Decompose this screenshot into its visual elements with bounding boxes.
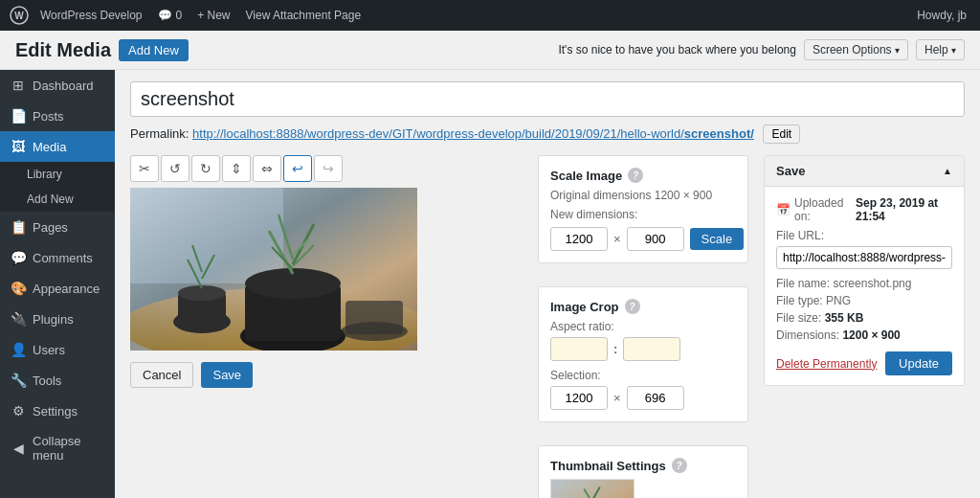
sidebar-item-collapse[interactable]: ◀ Collapse menu bbox=[0, 426, 115, 470]
comments-icon: 💬 bbox=[10, 250, 27, 265]
crop-help-icon[interactable]: ? bbox=[625, 299, 640, 314]
add-new-button[interactable]: Add New bbox=[119, 39, 189, 61]
howdy[interactable]: Howdy, jb bbox=[909, 0, 974, 31]
delete-permanently-button[interactable]: Delete Permanently bbox=[776, 357, 877, 371]
sidebar-item-pages[interactable]: 📋 Pages bbox=[0, 212, 115, 242]
flip-horizontal-icon: ⇔ bbox=[261, 161, 273, 176]
sidebar-item-library[interactable]: Library bbox=[0, 162, 115, 187]
thumbnail-help-icon[interactable]: ? bbox=[672, 458, 687, 473]
permalink-row: Permalink: http://localhost:8888/wordpre… bbox=[130, 124, 965, 144]
new-dimensions-label: New dimensions: bbox=[550, 208, 736, 221]
redo-icon: ↪ bbox=[323, 161, 334, 176]
page-header-bar: Edit Media Add New It's so nice to have … bbox=[0, 31, 980, 70]
original-dimensions: Original dimensions 1200 × 900 bbox=[550, 189, 736, 202]
aspect-ratio-label: Aspect ratio: bbox=[550, 320, 736, 333]
crop-button[interactable]: ✂ bbox=[130, 155, 159, 182]
sidebar-item-label: Settings bbox=[33, 404, 78, 419]
plugins-icon: 🔌 bbox=[10, 311, 27, 327]
edit-sidebar: Save ▲ 📅 Uploaded on: Sep 23, 2019 at 21… bbox=[764, 155, 965, 498]
uploaded-date: Sep 23, 2019 at 21:54 bbox=[856, 196, 952, 223]
scale-height-input[interactable] bbox=[627, 227, 684, 251]
aspect-width-input[interactable] bbox=[550, 337, 608, 361]
sidebar-item-comments[interactable]: 💬 Comments bbox=[0, 242, 115, 273]
thumbnail-image bbox=[550, 479, 635, 498]
edit-slug-button[interactable]: Edit bbox=[763, 124, 800, 144]
dimensions-row: Dimensions: 1200 × 900 bbox=[776, 328, 952, 342]
file-url-input[interactable] bbox=[776, 246, 952, 269]
view-attachment[interactable]: View Attachment Page bbox=[238, 0, 369, 31]
appearance-icon: 🎨 bbox=[10, 281, 27, 296]
wp-logo[interactable]: W bbox=[6, 0, 33, 31]
main-layout: ⊞ Dashboard 📄 Posts 🖼 Media Library Add … bbox=[0, 70, 980, 498]
flip-horizontal-button[interactable]: ⇔ bbox=[253, 155, 281, 182]
page-title: Edit Media bbox=[15, 36, 111, 63]
svg-text:W: W bbox=[14, 11, 24, 21]
crop-icon: ✂ bbox=[139, 161, 150, 176]
file-size-value: 355 KB bbox=[825, 311, 864, 325]
image-crop-panel: Image Crop ? Aspect ratio: : Selection: … bbox=[538, 286, 748, 422]
thumbnail-settings-title: Thumbnail Settings ? bbox=[550, 458, 736, 473]
update-button[interactable]: Update bbox=[885, 351, 952, 375]
flip-vertical-button[interactable]: ⇕ bbox=[222, 155, 251, 182]
file-type-row: File type: PNG bbox=[776, 294, 952, 307]
save-button[interactable]: Save bbox=[201, 362, 253, 388]
image-svg bbox=[130, 188, 417, 351]
svg-rect-22 bbox=[551, 480, 634, 498]
sidebar-item-settings[interactable]: ⚙ Settings bbox=[0, 396, 115, 426]
cancel-button[interactable]: Cancel bbox=[130, 362, 193, 388]
sidebar-item-tools[interactable]: 🔧 Tools bbox=[0, 365, 115, 396]
screen-options-button[interactable]: Screen Options ▾ bbox=[804, 39, 908, 60]
image-preview bbox=[130, 188, 417, 351]
permalink-label: Permalink: bbox=[130, 126, 189, 141]
scale-dimensions-row: × Scale bbox=[550, 227, 736, 251]
sidebar-item-label: Comments bbox=[33, 251, 93, 265]
aspect-ratio-row: : bbox=[550, 337, 736, 361]
content-area: Permalink: http://localhost:8888/wordpre… bbox=[115, 70, 980, 498]
sidebar-item-media[interactable]: 🖼 Media bbox=[0, 131, 115, 162]
notice-text: It's so nice to have you back where you … bbox=[558, 43, 795, 57]
action-buttons: Cancel Save bbox=[130, 362, 523, 388]
selection-label: Selection: bbox=[550, 369, 736, 382]
collapse-save-icon[interactable]: ▲ bbox=[943, 166, 952, 176]
save-actions: Delete Permanently Update bbox=[776, 351, 952, 375]
new-item[interactable]: + New bbox=[189, 0, 237, 31]
sidebar-item-label: Plugins bbox=[33, 312, 74, 327]
sidebar-item-label: Tools bbox=[33, 374, 61, 388]
sidebar-item-appearance[interactable]: 🎨 Appearance bbox=[0, 273, 115, 304]
crop-selection-row: × bbox=[550, 386, 736, 410]
aspect-height-input[interactable] bbox=[623, 337, 680, 361]
sidebar-item-dashboard[interactable]: ⊞ Dashboard bbox=[0, 70, 115, 101]
rotate-left-button[interactable]: ↺ bbox=[161, 155, 189, 182]
dimensions-value: 1200 × 900 bbox=[842, 328, 900, 342]
scale-help-icon[interactable]: ? bbox=[628, 168, 643, 183]
scale-image-panel: Scale Image ? Original dimensions 1200 ×… bbox=[538, 155, 748, 263]
help-button[interactable]: Help ▾ bbox=[916, 39, 965, 60]
site-name[interactable]: WordPress Develop bbox=[33, 0, 150, 31]
page-header-right: It's so nice to have you back where you … bbox=[558, 39, 965, 60]
sidebar-item-add-new[interactable]: Add New bbox=[0, 187, 115, 212]
users-icon: 👤 bbox=[10, 342, 27, 357]
undo-button[interactable]: ↩ bbox=[283, 155, 312, 182]
image-editor-toolbar: ✂ ↺ ↻ ⇕ ⇔ ↩ bbox=[130, 155, 523, 182]
scale-width-input[interactable] bbox=[550, 227, 608, 251]
comments-link[interactable]: 💬 0 bbox=[150, 0, 190, 31]
posts-icon: 📄 bbox=[10, 108, 27, 124]
sidebar-item-plugins[interactable]: 🔌 Plugins bbox=[0, 304, 115, 334]
redo-button[interactable]: ↪ bbox=[314, 155, 343, 182]
collapse-icon: ◀ bbox=[10, 441, 27, 456]
sidebar-item-users[interactable]: 👤 Users bbox=[0, 334, 115, 365]
rotate-right-button[interactable]: ↻ bbox=[191, 155, 220, 182]
crop-height-input[interactable] bbox=[627, 386, 684, 410]
permalink-url[interactable]: http://localhost:8888/wordpress-dev/GIT/… bbox=[192, 126, 754, 141]
edit-columns: ✂ ↺ ↻ ⇕ ⇔ ↩ bbox=[130, 155, 965, 498]
filename-input[interactable] bbox=[130, 81, 965, 117]
save-panel-body: 📅 Uploaded on: Sep 23, 2019 at 21:54 Fil… bbox=[765, 187, 964, 385]
sidebar-item-posts[interactable]: 📄 Posts bbox=[0, 101, 115, 131]
sidebar-item-label: Posts bbox=[33, 109, 64, 124]
sidebar-item-label: Library bbox=[27, 168, 62, 181]
save-panel: Save ▲ 📅 Uploaded on: Sep 23, 2019 at 21… bbox=[764, 155, 965, 386]
calendar-icon: 📅 bbox=[776, 203, 791, 216]
crop-width-input[interactable] bbox=[550, 386, 608, 410]
scale-button[interactable]: Scale bbox=[690, 228, 745, 250]
file-type-value: PNG bbox=[826, 294, 851, 307]
